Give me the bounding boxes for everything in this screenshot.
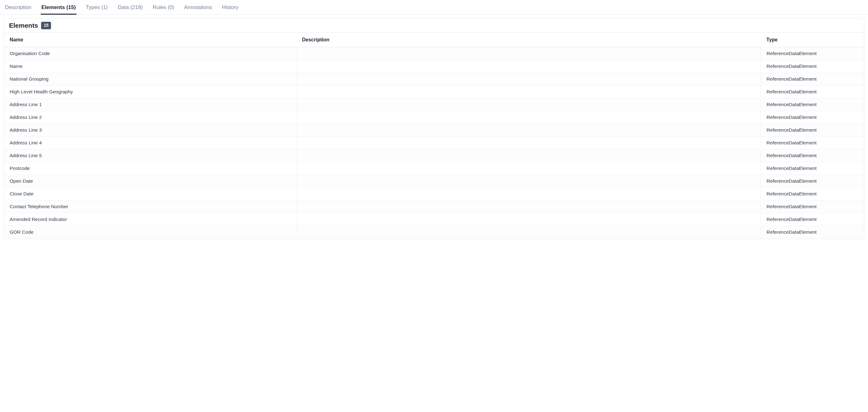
- cell-name[interactable]: Address Line 1: [4, 98, 297, 111]
- cell-description: [297, 188, 761, 200]
- cell-name[interactable]: Contact Telephone Number: [4, 200, 297, 213]
- cell-type[interactable]: ReferenceDataElement: [761, 175, 864, 188]
- elements-table: Name Description Type Organisation CodeR…: [4, 33, 864, 239]
- table-row[interactable]: Address Line 1ReferenceDataElement: [4, 98, 864, 111]
- tab-history[interactable]: History: [221, 2, 239, 14]
- cell-name[interactable]: Organisation Code: [4, 47, 297, 60]
- table-row[interactable]: Organisation CodeReferenceDataElement: [4, 47, 864, 60]
- table-row[interactable]: Address Line 2ReferenceDataElement: [4, 111, 864, 124]
- cell-name[interactable]: National Grouping: [4, 73, 297, 86]
- cell-description: [297, 47, 761, 60]
- table-row[interactable]: GOR CodeReferenceDataElement: [4, 226, 864, 239]
- cell-description: [297, 86, 761, 98]
- cell-description: [297, 137, 761, 149]
- cell-type[interactable]: ReferenceDataElement: [761, 162, 864, 175]
- cell-type[interactable]: ReferenceDataElement: [761, 124, 864, 137]
- table-row[interactable]: High Level Health GeographyReferenceData…: [4, 86, 864, 98]
- cell-type[interactable]: ReferenceDataElement: [761, 188, 864, 200]
- table-row[interactable]: PostcodeReferenceDataElement: [4, 162, 864, 175]
- tab-description[interactable]: Description: [4, 2, 32, 14]
- cell-type[interactable]: ReferenceDataElement: [761, 86, 864, 98]
- table-row[interactable]: Open DateReferenceDataElement: [4, 175, 864, 188]
- cell-name[interactable]: Open Date: [4, 175, 297, 188]
- cell-type[interactable]: ReferenceDataElement: [761, 98, 864, 111]
- cell-description: [297, 200, 761, 213]
- cell-description: [297, 213, 761, 226]
- cell-name[interactable]: Address Line 2: [4, 111, 297, 124]
- cell-name[interactable]: Postcode: [4, 162, 297, 175]
- tab-annotations[interactable]: Annotations: [184, 2, 213, 14]
- table-row[interactable]: Address Line 5ReferenceDataElement: [4, 149, 864, 162]
- elements-panel: Elements 15 Name Description Type Organi…: [4, 18, 864, 239]
- cell-name[interactable]: Close Date: [4, 188, 297, 200]
- cell-name[interactable]: Name: [4, 60, 297, 73]
- table-row[interactable]: Contact Telephone NumberReferenceDataEle…: [4, 200, 864, 213]
- cell-type[interactable]: ReferenceDataElement: [761, 200, 864, 213]
- cell-type[interactable]: ReferenceDataElement: [761, 73, 864, 86]
- cell-name[interactable]: Amended Record Indicator: [4, 213, 297, 226]
- cell-description: [297, 124, 761, 137]
- cell-description: [297, 226, 761, 239]
- elements-count-badge: 15: [41, 22, 51, 29]
- cell-type[interactable]: ReferenceDataElement: [761, 111, 864, 124]
- tab-data[interactable]: Data (218): [117, 2, 143, 14]
- cell-description: [297, 149, 761, 162]
- tab-bar: Description Elements (15) Types (1) Data…: [0, 0, 868, 14]
- col-header-name[interactable]: Name: [4, 33, 297, 47]
- cell-type[interactable]: ReferenceDataElement: [761, 213, 864, 226]
- tab-elements[interactable]: Elements (15): [41, 2, 76, 14]
- cell-description: [297, 73, 761, 86]
- table-row[interactable]: National GroupingReferenceDataElement: [4, 73, 864, 86]
- cell-type[interactable]: ReferenceDataElement: [761, 137, 864, 149]
- cell-name[interactable]: GOR Code: [4, 226, 297, 239]
- cell-type[interactable]: ReferenceDataElement: [761, 60, 864, 73]
- tab-rules[interactable]: Rules (0): [152, 2, 175, 14]
- cell-type[interactable]: ReferenceDataElement: [761, 226, 864, 239]
- cell-description: [297, 162, 761, 175]
- table-row[interactable]: Address Line 4ReferenceDataElement: [4, 137, 864, 149]
- tab-types[interactable]: Types (1): [85, 2, 108, 14]
- cell-description: [297, 175, 761, 188]
- col-header-type[interactable]: Type: [761, 33, 864, 47]
- cell-name[interactable]: Address Line 4: [4, 137, 297, 149]
- table-row[interactable]: Address Line 3ReferenceDataElement: [4, 124, 864, 137]
- table-row[interactable]: Close DateReferenceDataElement: [4, 188, 864, 200]
- cell-type[interactable]: ReferenceDataElement: [761, 149, 864, 162]
- cell-name[interactable]: Address Line 3: [4, 124, 297, 137]
- cell-type[interactable]: ReferenceDataElement: [761, 47, 864, 60]
- table-row[interactable]: NameReferenceDataElement: [4, 60, 864, 73]
- table-row[interactable]: Amended Record IndicatorReferenceDataEle…: [4, 213, 864, 226]
- panel-title: Elements: [9, 22, 38, 29]
- cell-description: [297, 98, 761, 111]
- cell-name[interactable]: High Level Health Geography: [4, 86, 297, 98]
- col-header-description[interactable]: Description: [297, 33, 761, 47]
- panel-header: Elements 15: [4, 19, 864, 33]
- cell-description: [297, 60, 761, 73]
- cell-description: [297, 111, 761, 124]
- cell-name[interactable]: Address Line 5: [4, 149, 297, 162]
